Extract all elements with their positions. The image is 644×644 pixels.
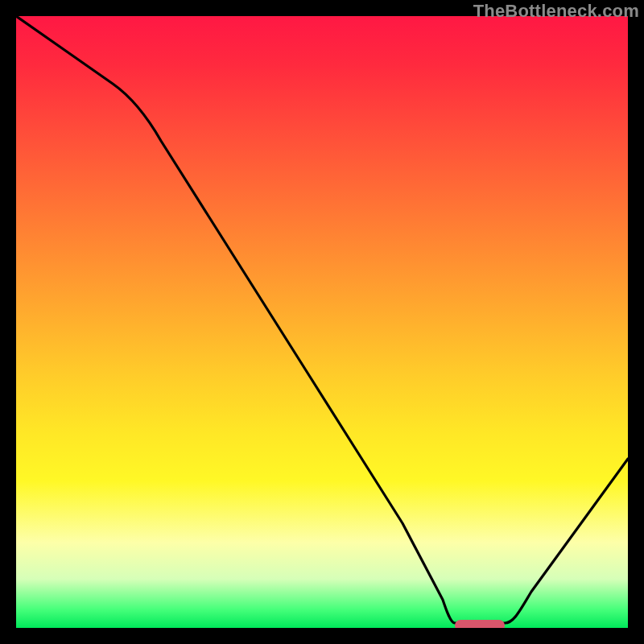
bottleneck-curve — [16, 16, 628, 628]
chart-canvas: TheBottleneck.com — [0, 0, 644, 644]
optimal-range-marker — [455, 620, 505, 628]
watermark-text: TheBottleneck.com — [473, 1, 639, 22]
plot-area — [16, 16, 628, 628]
curve-path — [16, 16, 628, 623]
